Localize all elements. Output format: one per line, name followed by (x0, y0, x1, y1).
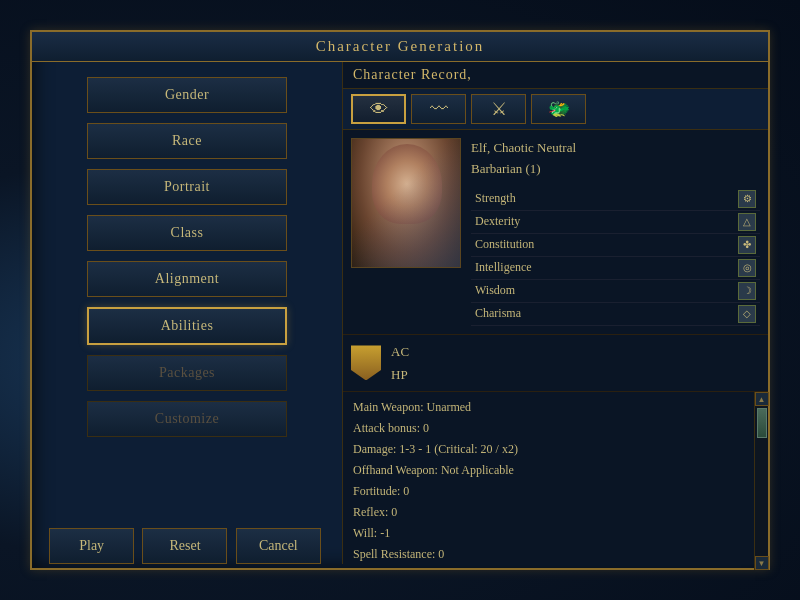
stat-intelligence-label: Intelligence (471, 256, 734, 279)
hp-label: HP (391, 363, 409, 386)
nav-customize: Customize (87, 401, 287, 437)
stats-table: Strength ⚙ Dexterity △ Constitution ✤ (471, 188, 760, 326)
tab-combat[interactable]: ⚔ (471, 94, 526, 124)
stat-dexterity-icon: △ (734, 210, 760, 233)
scroll-container: Main Weapon: Unarmed Attack bonus: 0 Dam… (343, 392, 768, 570)
stat-strength-icon: ⚙ (734, 188, 760, 211)
reflex: Reflex: 0 (353, 502, 744, 523)
content-area: Gender Race Portrait Class Alignment Abi… (32, 62, 768, 564)
scroll-thumb[interactable] (757, 408, 767, 438)
char-type: Elf, Chaotic Neutral Barbarian (1) (471, 138, 760, 180)
nav-abilities[interactable]: Abilities (87, 307, 287, 345)
stat-charisma-label: Charisma (471, 302, 734, 325)
stat-intelligence-icon: ◎ (734, 256, 760, 279)
stat-wisdom-label: Wisdom (471, 279, 734, 302)
scroll-up-button[interactable]: ▲ (755, 392, 769, 406)
stats-text: Main Weapon: Unarmed Attack bonus: 0 Dam… (343, 392, 754, 570)
stats-text-content: Main Weapon: Unarmed Attack bonus: 0 Dam… (353, 397, 744, 565)
char-description: Elf, Chaotic Neutral Barbarian (1) Stren… (471, 138, 760, 326)
stat-charisma-icon: ◇ (734, 302, 760, 325)
will: Will: -1 (353, 523, 744, 544)
stat-row-strength: Strength ⚙ (471, 188, 760, 211)
tabs-bar: 👁 〰 ⚔ 🐲 (343, 89, 768, 130)
stat-row-wisdom: Wisdom ☽ (471, 279, 760, 302)
stat-constitution-label: Constitution (471, 233, 734, 256)
ac-hp-section: AC HP (343, 335, 768, 393)
title-bar: Character Generation (32, 32, 768, 62)
wisdom-icon: ☽ (738, 282, 756, 300)
charisma-icon: ◇ (738, 305, 756, 323)
main-window: Character Generation Gender Race Portrai… (30, 30, 770, 570)
char-race-alignment: Elf, Chaotic Neutral (471, 140, 576, 155)
ac-hp-text: AC HP (391, 340, 409, 387)
nav-portrait[interactable]: Portrait (87, 169, 287, 205)
scroll-track (756, 406, 768, 556)
record-title: Character Record, (343, 62, 768, 89)
portrait-figure (352, 139, 460, 267)
reset-button[interactable]: Reset (142, 528, 227, 564)
stat-constitution-icon: ✤ (734, 233, 760, 256)
tab-appearance[interactable]: 👁 (351, 94, 406, 124)
nav-packages: Packages (87, 355, 287, 391)
stat-dexterity-label: Dexterity (471, 210, 734, 233)
damage: Damage: 1-3 - 1 (Critical: 20 / x2) (353, 439, 744, 460)
right-panel: Character Record, 👁 〰 ⚔ 🐲 (342, 62, 768, 564)
wave-icon: 〰 (430, 99, 448, 120)
char-info: Elf, Chaotic Neutral Barbarian (1) Stren… (343, 130, 768, 335)
stat-row-charisma: Charisma ◇ (471, 302, 760, 325)
stat-row-dexterity: Dexterity △ (471, 210, 760, 233)
tab-skills[interactable]: 🐲 (531, 94, 586, 124)
background: Character Generation Gender Race Portrai… (0, 0, 800, 600)
nav-alignment[interactable]: Alignment (87, 261, 287, 297)
intelligence-icon: ◎ (738, 259, 756, 277)
shield-icon (351, 345, 381, 380)
portrait-area (351, 138, 461, 268)
stat-row-intelligence: Intelligence ◎ (471, 256, 760, 279)
stat-wisdom-icon: ☽ (734, 279, 760, 302)
spell-resistance: Spell Resistance: 0 (353, 544, 744, 565)
left-panel: Gender Race Portrait Class Alignment Abi… (32, 62, 342, 564)
eye-icon: 👁 (370, 99, 388, 120)
nav-gender[interactable]: Gender (87, 77, 287, 113)
scroll-down-button[interactable]: ▼ (755, 556, 769, 570)
cancel-button[interactable]: Cancel (236, 528, 321, 564)
stat-strength-label: Strength (471, 188, 734, 211)
stat-row-constitution: Constitution ✤ (471, 233, 760, 256)
constitution-icon: ✤ (738, 236, 756, 254)
scrollbar: ▲ ▼ (754, 392, 768, 570)
sword-icon: ⚔ (491, 98, 507, 120)
ac-label: AC (391, 340, 409, 363)
dragon-icon: 🐲 (548, 98, 570, 120)
offhand-weapon: Offhand Weapon: Not Applicable (353, 460, 744, 481)
char-class-level: Barbarian (1) (471, 161, 541, 176)
dexterity-icon: △ (738, 213, 756, 231)
strength-icon: ⚙ (738, 190, 756, 208)
bottom-buttons: Play Reset Cancel (30, 528, 340, 564)
nav-race[interactable]: Race (87, 123, 287, 159)
tab-inventory[interactable]: 〰 (411, 94, 466, 124)
nav-class[interactable]: Class (87, 215, 287, 251)
fortitude: Fortitude: 0 (353, 481, 744, 502)
attack-bonus: Attack bonus: 0 (353, 418, 744, 439)
play-button[interactable]: Play (49, 528, 134, 564)
window-title: Character Generation (316, 38, 485, 54)
main-weapon: Main Weapon: Unarmed (353, 397, 744, 418)
